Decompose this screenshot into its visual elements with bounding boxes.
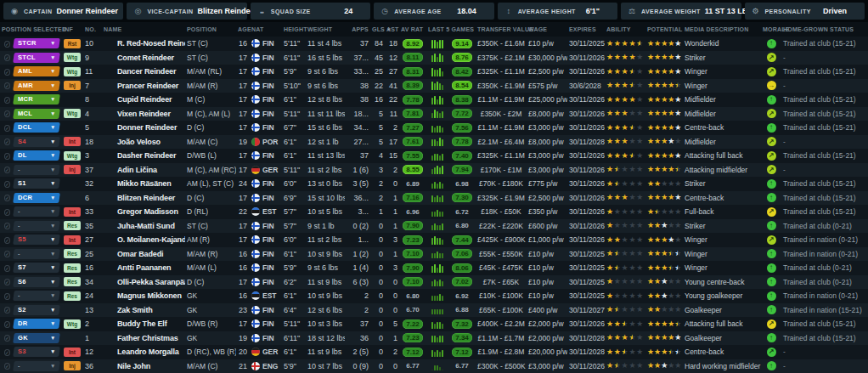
player-row[interactable]: ✓S1▼32Mikko RäsänenAM (L), ST (C)24FIN6'… [0,177,868,191]
row-selected-check-icon[interactable]: ✓ [4,138,10,145]
row-selected-check-icon[interactable]: ✓ [4,181,10,188]
player-row[interactable]: ✓DCR▼6Blitzen ReindeerD (C)17FIN6'9"15 s… [0,191,868,206]
player-row[interactable]: ✓S6▼Res34Olli-Pekka SaranpääD (C)17FIN6'… [0,275,868,290]
row-selected-check-icon[interactable]: ✓ [4,195,10,201]
row-selected-check-icon[interactable]: ✓ [4,279,10,285]
player-name[interactable]: Comet Reindeer [116,54,185,62]
column-header-inf[interactable]: INF [61,26,83,32]
player-row[interactable]: ✓GK▼1Father ChristmasGK19FIN6'11"18 st 1… [0,331,868,346]
player-row[interactable]: ✓S2▼13Zak SmithGK23FIN6'4"12 st 6 lbs200… [0,303,868,318]
player-row[interactable]: ✓S7▼Res16Antti PaananenM/AM (L)16FIN5'9"… [0,261,868,275]
player-name[interactable]: Olli-Pekka Saranpää [116,278,185,286]
player-row[interactable]: ✓-▼Inj36Nile JohnM/AM (C)21ENG5'9"10 st … [0,359,868,373]
row-selected-check-icon[interactable]: ✓ [4,237,10,244]
player-row[interactable]: ✓-▼Inj37Adin LičinaM (C), AM (RC)17GER5'… [0,163,868,178]
player-row[interactable]: ✓S4▼Int18João VelosoM/AM (C)19POR6'1"12 … [0,135,868,150]
row-selected-check-icon[interactable]: ✓ [4,54,10,61]
row-selected-check-icon[interactable]: ✓ [4,97,10,104]
player-name[interactable]: Father Christmas [116,334,185,342]
position-selector-dropdown[interactable]: -▼ [13,249,60,259]
player-name[interactable]: Blitzen Reindeer [116,194,185,202]
player-name[interactable]: Vixen Reindeer [116,110,185,118]
player-name[interactable]: Mikko Räsänen [116,179,185,188]
player-name[interactable]: Gregor Madisson [116,207,185,216]
player-row[interactable]: ✓S5▼Int27O. Moilanen-KajanderAM (R)17FIN… [0,233,868,247]
column-header-position[interactable]: POSITION [185,26,236,32]
column-header-no-[interactable]: NO. [83,26,102,32]
position-selector-dropdown[interactable]: DL▼ [13,150,60,161]
player-name[interactable]: Zak Smith [116,306,185,314]
row-selected-check-icon[interactable]: ✓ [4,209,10,216]
position-selector-dropdown[interactable]: STCL▼ [13,53,60,63]
column-header-ast[interactable]: AST [385,26,399,32]
player-row[interactable]: ✓-▼Res35Juha-Matti SundST (C)17FIN5'7"9 … [0,219,868,234]
player-name[interactable]: Antti Paananen [116,263,185,272]
row-selected-check-icon[interactable]: ✓ [4,293,10,300]
player-row[interactable]: ✓-▼Res24Magnus MikkonenGK16EST6'1"10 st … [0,289,868,303]
player-row[interactable]: ✓MCR▼8Cupid ReindeerM (C)17FIN6'1"12 st … [0,93,868,107]
position-selector-dropdown[interactable]: DCL▼ [13,122,60,133]
row-selected-check-icon[interactable]: ✓ [4,321,10,328]
row-selected-check-icon[interactable]: ✓ [4,349,10,356]
position-selector-dropdown[interactable]: AMR▼ [13,81,60,91]
column-header-ability[interactable]: ABILITY [605,26,645,32]
player-row[interactable]: ✓AML▼Wtg11Dancer ReindeerM/AM (RL)17FIN5… [0,65,868,79]
row-selected-check-icon[interactable]: ✓ [4,223,10,229]
position-selector-dropdown[interactable]: S4▼ [13,137,60,147]
position-selector-dropdown[interactable]: S6▼ [13,277,60,287]
column-header-position-selected[interactable]: POSITION SELECTED [0,26,61,32]
column-header-age[interactable]: AGE [236,26,250,32]
column-header-height[interactable]: HEIGHT [282,26,306,32]
row-selected-check-icon[interactable]: ✓ [4,251,10,257]
position-selector-dropdown[interactable]: MCL▼ [13,109,60,119]
row-selected-check-icon[interactable]: ✓ [4,335,10,342]
column-header-home-grown-status[interactable]: HOME-GROWN STATUS [781,26,868,32]
column-header-expires[interactable]: EXPIRES [567,26,605,32]
player-row[interactable]: ✓MCL▼Wtg4Vixen ReindeerM (C), AM (L)17FI… [0,107,868,122]
player-name[interactable]: Omar Badedi [116,250,185,258]
row-selected-check-icon[interactable]: ✓ [4,69,10,76]
column-header-weight[interactable]: WEIGHT [306,26,345,32]
position-selector-dropdown[interactable]: -▼ [13,206,60,217]
position-selector-dropdown[interactable]: STCR▼ [13,38,60,48]
row-selected-check-icon[interactable]: ✓ [4,41,10,48]
position-selector-dropdown[interactable]: DR▼ [13,319,60,329]
position-selector-dropdown[interactable]: S5▼ [13,235,60,245]
position-selector-dropdown[interactable]: S7▼ [13,263,60,273]
position-selector-dropdown[interactable]: DCR▼ [13,193,60,203]
column-header-name[interactable]: NAME [102,26,185,32]
column-header-potential[interactable]: POTENTIAL [645,26,683,32]
player-name[interactable]: Dasher Reindeer [116,151,185,160]
position-selector-dropdown[interactable]: GK▼ [13,333,60,343]
row-selected-check-icon[interactable]: ✓ [4,153,10,160]
column-header-av-rat[interactable]: AV RAT [399,26,426,32]
row-selected-check-icon[interactable]: ✓ [4,167,10,173]
player-row[interactable]: ✓STCR▼Rst10R. Red-Nosed Reind...ST (C)16… [0,37,868,51]
player-name[interactable]: Cupid Reindeer [116,95,185,104]
column-header-media-description[interactable]: MEDIA DESCRIPTION [683,26,761,32]
position-selector-dropdown[interactable]: MCR▼ [13,94,60,105]
row-selected-check-icon[interactable]: ✓ [4,82,10,89]
position-selector-dropdown[interactable]: S3▼ [13,347,60,357]
column-header-last-5-games[interactable]: LAST 5 GAMES [426,26,476,32]
player-row[interactable]: ✓S3▼Int12Leandro MorgallaD (RC), WB (R)2… [0,345,868,359]
player-row[interactable]: ✓DL▼Wtg3Dasher ReindeerD/WB (L)17FIN6'1"… [0,149,868,163]
column-header-transfer-value[interactable]: TRANSFER VALUE [476,26,527,32]
row-selected-check-icon[interactable]: ✓ [4,363,10,370]
position-selector-dropdown[interactable]: -▼ [13,291,60,301]
player-name[interactable]: Juha-Matti Sund [116,222,185,230]
position-selector-dropdown[interactable]: -▼ [13,165,60,175]
player-name[interactable]: Donner Reindeer [116,123,185,132]
row-selected-check-icon[interactable]: ✓ [4,125,10,132]
position-selector-dropdown[interactable]: AML▼ [13,66,60,76]
player-row[interactable]: ✓-▼Int33Gregor MadissonD (RL)22EST5'7"10… [0,205,868,219]
position-selector-dropdown[interactable]: S2▼ [13,305,60,315]
player-name[interactable]: O. Moilanen-Kajander [116,235,185,244]
column-header-gls[interactable]: GLS▼ [370,26,385,32]
player-name[interactable]: Nile John [116,362,185,370]
player-row[interactable]: ✓STCL▼Wtg9Comet ReindeerST (C)17FIN6'11"… [0,51,868,65]
player-row[interactable]: ✓-▼Res25Omar BadediM/AM (R)16FIN6'1"10 s… [0,247,868,262]
player-name[interactable]: Prancer Reindeer [116,82,185,90]
player-name[interactable]: Magnus Mikkonen [116,291,185,300]
column-header-apps[interactable]: APPS [345,26,370,32]
